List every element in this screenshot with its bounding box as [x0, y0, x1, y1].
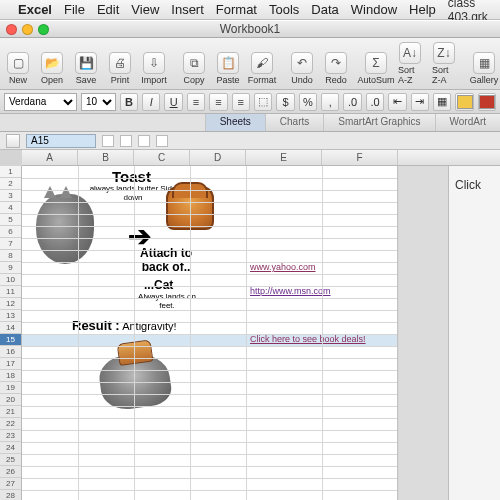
percent-button[interactable]: %	[299, 93, 317, 111]
row-header-7[interactable]: 7	[0, 238, 21, 250]
menu-view[interactable]: View	[131, 2, 159, 17]
font-select[interactable]: Verdana	[4, 93, 77, 111]
row-header-11[interactable]: 11	[0, 286, 21, 298]
gallery-button[interactable]: ▦Gallery	[470, 51, 498, 86]
row-header-28[interactable]: 28	[0, 490, 21, 500]
row-header-25[interactable]: 25	[0, 454, 21, 466]
sort-az-button[interactable]: A↓Sort A-Z	[396, 41, 424, 86]
nav-seg-1[interactable]	[102, 135, 114, 147]
sort-za-button[interactable]: Z↓Sort Z-A	[430, 41, 458, 86]
zoom-icon[interactable]	[38, 24, 49, 35]
import-button[interactable]: ⇩Import	[140, 51, 168, 86]
row-header-15[interactable]: 15	[0, 334, 21, 346]
underline-button[interactable]: U	[164, 93, 182, 111]
app-name[interactable]: Excel	[18, 2, 52, 17]
row-header-3[interactable]: 3	[0, 190, 21, 202]
row-header-5[interactable]: 5	[0, 214, 21, 226]
menu-tools[interactable]: Tools	[269, 2, 299, 17]
menu-help[interactable]: Help	[409, 2, 436, 17]
menu-data[interactable]: Data	[311, 2, 338, 17]
row-header-1[interactable]: 1	[0, 166, 21, 178]
gridline-v	[246, 166, 247, 500]
merge-button[interactable]: ⬚	[254, 93, 272, 111]
row-header-12[interactable]: 12	[0, 298, 21, 310]
close-icon[interactable]	[6, 24, 17, 35]
new-button[interactable]: ▢New	[4, 51, 32, 86]
align-center-button[interactable]: ≡	[209, 93, 227, 111]
row-header-4[interactable]: 4	[0, 202, 21, 214]
result-row: Result : Antigravity!	[72, 318, 177, 333]
tab-smartart[interactable]: SmartArt Graphics	[323, 114, 434, 131]
nav-seg-4[interactable]	[156, 135, 168, 147]
currency-button[interactable]: $	[276, 93, 294, 111]
row-header-16[interactable]: 16	[0, 346, 21, 358]
select-all-corner[interactable]	[6, 134, 20, 148]
row-header-19[interactable]: 19	[0, 382, 21, 394]
nav-seg-3[interactable]	[138, 135, 150, 147]
font-size-select[interactable]: 10	[81, 93, 116, 111]
gridline-h	[22, 406, 397, 407]
row-header-21[interactable]: 21	[0, 406, 21, 418]
align-left-button[interactable]: ≡	[187, 93, 205, 111]
col-header-E[interactable]: E	[246, 150, 322, 165]
menu-insert[interactable]: Insert	[171, 2, 204, 17]
row-header-22[interactable]: 22	[0, 418, 21, 430]
tab-sheets[interactable]: Sheets	[205, 114, 265, 131]
gridline-h	[22, 202, 397, 203]
save-button[interactable]: 💾Save	[72, 51, 100, 86]
borders-button[interactable]: ▦	[433, 93, 451, 111]
sheet-area: 1234567891011121314151617181920212223242…	[0, 166, 500, 500]
tab-wordart[interactable]: WordArt	[435, 114, 501, 131]
row-header-24[interactable]: 24	[0, 442, 21, 454]
align-right-button[interactable]: ≡	[232, 93, 250, 111]
comma-button[interactable]: ,	[321, 93, 339, 111]
col-header-D[interactable]: D	[190, 150, 246, 165]
row-header-2[interactable]: 2	[0, 178, 21, 190]
menu-format[interactable]: Format	[216, 2, 257, 17]
col-header-B[interactable]: B	[78, 150, 134, 165]
increase-decimal-button[interactable]: .0	[343, 93, 361, 111]
row-header-20[interactable]: 20	[0, 394, 21, 406]
row-header-27[interactable]: 27	[0, 478, 21, 490]
link-msn[interactable]: http://www.msn.com	[250, 286, 331, 296]
gridline-h	[22, 454, 397, 455]
copy-button[interactable]: ⧉Copy	[180, 51, 208, 86]
undo-button[interactable]: ↶Undo	[288, 51, 316, 86]
link-yahoo[interactable]: www.yahoo.com	[250, 262, 316, 272]
row-header-14[interactable]: 14	[0, 322, 21, 334]
menu-edit[interactable]: Edit	[97, 2, 119, 17]
row-header-18[interactable]: 18	[0, 370, 21, 382]
format-button[interactable]: 🖌Format	[248, 51, 276, 86]
italic-button[interactable]: I	[142, 93, 160, 111]
row-header-23[interactable]: 23	[0, 430, 21, 442]
redo-button[interactable]: ↷Redo	[322, 51, 350, 86]
fill-color-button[interactable]	[455, 93, 473, 111]
nav-seg-2[interactable]	[120, 135, 132, 147]
minimize-icon[interactable]	[22, 24, 33, 35]
autosum-button[interactable]: ΣAutoSum	[362, 51, 390, 86]
tab-charts[interactable]: Charts	[265, 114, 323, 131]
name-box[interactable]	[26, 134, 96, 148]
col-header-A[interactable]: A	[22, 150, 78, 165]
bold-button[interactable]: B	[120, 93, 138, 111]
row-header-6[interactable]: 6	[0, 226, 21, 238]
menu-window[interactable]: Window	[351, 2, 397, 17]
indent-right-button[interactable]: ⇥	[411, 93, 429, 111]
row-header-13[interactable]: 13	[0, 310, 21, 322]
menu-file[interactable]: File	[64, 2, 85, 17]
paste-button[interactable]: 📋Paste	[214, 51, 242, 86]
row-header-10[interactable]: 10	[0, 274, 21, 286]
font-color-button[interactable]	[478, 93, 496, 111]
grid[interactable]: Toast always lands butter Side down ➔ At…	[22, 166, 398, 500]
row-header-17[interactable]: 17	[0, 358, 21, 370]
indent-left-button[interactable]: ⇤	[388, 93, 406, 111]
link-book-deals[interactable]: Click here to see book deals!	[250, 334, 366, 344]
open-button[interactable]: 📂Open	[38, 51, 66, 86]
row-header-8[interactable]: 8	[0, 250, 21, 262]
print-button[interactable]: 🖨Print	[106, 51, 134, 86]
row-header-9[interactable]: 9	[0, 262, 21, 274]
decrease-decimal-button[interactable]: .0	[366, 93, 384, 111]
col-header-F[interactable]: F	[322, 150, 398, 165]
col-header-C[interactable]: C	[134, 150, 190, 165]
row-header-26[interactable]: 26	[0, 466, 21, 478]
